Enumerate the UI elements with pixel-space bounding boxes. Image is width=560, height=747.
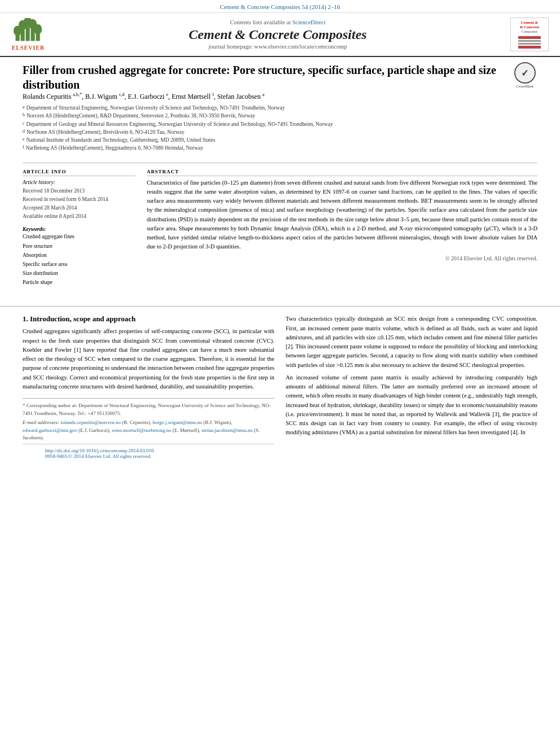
author-5: Stefan Jacobsen a [217, 93, 265, 101]
author-1: Rolands Cepuritis a,b,* [23, 93, 82, 101]
accepted-date: Accepted 28 March 2014 [23, 204, 135, 212]
affiliation-a: a Department of Structural Engineering, … [23, 104, 537, 112]
author-4: Ernst Mørtsell f [172, 93, 214, 101]
section-divider [0, 306, 560, 307]
issn-line: 0958-9465/© 2014 Elsevier Ltd. All right… [45, 453, 151, 459]
keyword-2: Pore structure [23, 242, 135, 251]
article-info-column: Article Info Article history: Received 1… [23, 169, 135, 287]
affiliation-f: f NarBetong AS (HeidelbergCement), Heggs… [23, 144, 537, 152]
contents-available-line: Contents lists available at ScienceDirec… [45, 19, 510, 25]
keywords-section: Keywords: Crushed aggregate fines Pore s… [23, 226, 135, 287]
body-content: 1. Introduction, scope and approach Crus… [0, 314, 560, 462]
section1-left-text: Crushed aggregates significantly affect … [23, 327, 274, 391]
abstract-text: Characteristics of fine particles (0–125… [147, 178, 537, 252]
article-info-label: Article Info [23, 169, 135, 176]
article-history: Article history: Received 18 December 20… [23, 178, 135, 221]
corresponding-footnote: * Corresponding author at: Department of… [23, 402, 274, 417]
received-date: Received 18 December 2013 [23, 187, 135, 195]
journal-center-block: Contents lists available at ScienceDirec… [45, 19, 510, 50]
journal-header: ELSEVIER Contents lists available at Sci… [0, 13, 560, 57]
crossmark-icon: ✓ [514, 62, 536, 84]
history-group: Article history: Received 18 December 20… [23, 178, 135, 221]
body-left-column: 1. Introduction, scope and approach Crus… [23, 314, 274, 462]
email-wigum[interactable]: borge.j.wigum@ntnu.no [152, 420, 202, 425]
article-info-abstract-section: Article Info Article history: Received 1… [23, 169, 537, 287]
journal-title: Cement & Concrete Composites [45, 27, 510, 43]
authors-line: Rolands Cepuritis a,b,*, B.J. Wigum c,d,… [23, 92, 537, 101]
revised-date: Received in revised form 6 March 2014 [23, 195, 135, 204]
section1-right-text1: Two characteristics typically distinguis… [286, 314, 537, 370]
article-title-section: Filler from crushed aggregate for concre… [23, 63, 537, 163]
doi-bar: http://dx.doi.org/10.1016/j.cemconcomp.2… [23, 444, 274, 462]
footnotes-section: * Corresponding author at: Department of… [23, 398, 274, 442]
available-date: Available online 8 April 2014 [23, 212, 135, 221]
keyword-6: Particle shape [23, 278, 135, 287]
abstract-column: Abstract Characteristics of fine particl… [147, 169, 537, 287]
homepage-line: journal homepage: www.elsevier.com/locat… [45, 43, 510, 50]
email-jacobsen[interactable]: stefan.jacobsen@ntnu.no [202, 427, 253, 433]
section1-right-text2: An increased volume of cement paste matr… [286, 373, 537, 438]
crossmark-label: CrossMark [516, 84, 533, 89]
keyword-3: Absorption [23, 251, 135, 260]
section1-heading: 1. Introduction, scope and approach [23, 314, 274, 324]
keywords-list: Crushed aggregate fines Pore structure A… [23, 232, 135, 287]
affiliation-d: d NorStone AS (HeidelbergCement), Breivi… [23, 128, 537, 136]
journal-logo: Cement && Concrete Composites [510, 18, 549, 51]
affiliation-b: b Norcern AS (HeidelbergCement), R&D Dep… [23, 112, 537, 120]
svg-point-9 [34, 24, 42, 34]
top-bar: Cement & Concrete Composites 54 (2014) 2… [0, 0, 560, 13]
keyword-1: Crushed aggregate fines [23, 232, 135, 241]
journal-citation: Cement & Concrete Composites 54 (2014) 2… [220, 3, 340, 10]
email-cepuritis[interactable]: rolands.cepuritis@norcern.no [60, 420, 121, 425]
crossmark-badge[interactable]: ✓ CrossMark [512, 63, 537, 88]
copyright-line: © 2014 Elsevier Ltd. All rights reserved… [147, 255, 537, 261]
affiliations: a Department of Structural Engineering, … [23, 104, 537, 152]
email-footnote: E-mail addresses: rolands.cepuritis@norc… [23, 419, 274, 442]
keyword-5: Size distribution [23, 269, 135, 278]
article-title: Filler from crushed aggregate for concre… [23, 63, 537, 92]
abstract-label: Abstract [147, 169, 537, 176]
keyword-4: Specific surface area [23, 260, 135, 269]
affiliation-e: e National Institute of Standards and Te… [23, 136, 537, 144]
email-garboczi[interactable]: edward.garboczi@nist.gov [23, 427, 77, 433]
affiliation-c: c Department of Geology and Mineral Reso… [23, 120, 537, 128]
body-right-column: Two characteristics typically distinguis… [286, 314, 537, 462]
sciencedirect-link[interactable]: ScienceDirect [292, 19, 326, 25]
author-2: B.J. Wigum c,d [85, 93, 125, 101]
article-content: Filler from crushed aggregate for concre… [0, 57, 560, 298]
elsevier-logo: ELSEVIER [11, 18, 45, 51]
elsevier-wordmark: ELSEVIER [12, 45, 45, 51]
doi-link[interactable]: http://dx.doi.org/10.1016/j.cemconcomp.2… [45, 448, 154, 453]
email-mortsell[interactable]: ernst.mortsell@norbetong.no [112, 427, 171, 433]
author-3: E.J. Garboczi e [128, 93, 168, 101]
